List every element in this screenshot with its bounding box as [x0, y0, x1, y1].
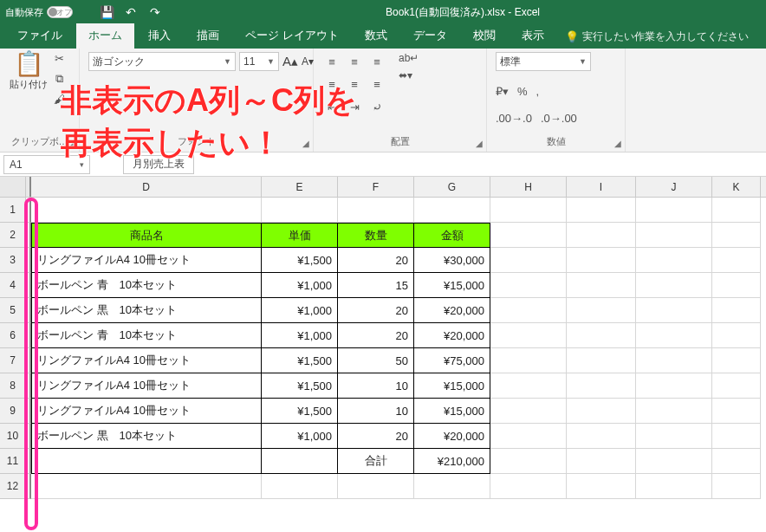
tab-file[interactable]: ファイル	[5, 23, 75, 49]
cell[interactable]	[567, 248, 636, 273]
save-icon[interactable]: 💾	[97, 5, 116, 19]
data-cell[interactable]: 15	[338, 273, 414, 298]
alignment-launcher-icon[interactable]: ◢	[476, 139, 483, 148]
cell[interactable]	[414, 474, 490, 499]
cut-icon[interactable]: ✂	[55, 52, 64, 65]
col-head-F[interactable]: F	[338, 177, 414, 197]
header-cell[interactable]: 商品名	[31, 223, 262, 248]
row-head[interactable]: 12	[0, 474, 26, 499]
number-format-combo[interactable]: 標準 ▼	[496, 52, 591, 71]
font-name-combo[interactable]: 游ゴシック ▼	[88, 52, 236, 71]
data-cell[interactable]: ¥20,000	[414, 424, 490, 449]
tab-review[interactable]: 校閲	[461, 23, 508, 49]
increase-font-icon[interactable]: A▴	[282, 54, 298, 69]
data-cell[interactable]: ¥15,000	[414, 373, 490, 399]
cell[interactable]	[636, 223, 712, 248]
row-head[interactable]: 7	[0, 348, 26, 373]
wrap-text-icon[interactable]: ab↵	[399, 52, 419, 64]
data-cell[interactable]: リングファイルA4 10冊セット	[31, 348, 262, 373]
header-cell[interactable]: 数量	[338, 223, 414, 248]
data-cell[interactable]: ¥20,000	[414, 298, 490, 323]
total-value-cell[interactable]: ¥210,000	[414, 449, 490, 474]
cell[interactable]	[712, 449, 761, 474]
cell[interactable]	[567, 424, 636, 449]
data-cell[interactable]: ¥1,500	[262, 373, 338, 399]
cell[interactable]	[712, 474, 761, 499]
tab-formulas[interactable]: 数式	[353, 23, 399, 49]
sheet-tab-selector[interactable]: 月別売上表	[123, 155, 194, 174]
decrease-font-icon[interactable]: A▾	[302, 55, 314, 68]
data-cell[interactable]: ¥1,000	[262, 424, 338, 449]
paste-button[interactable]: 📋 貼り付け	[9, 52, 49, 91]
data-cell[interactable]: ¥1,500	[262, 248, 338, 273]
cell[interactable]	[636, 323, 712, 348]
increase-decimal-icon[interactable]: .00→.0	[496, 112, 532, 125]
cell[interactable]	[712, 424, 761, 449]
data-cell[interactable]: 10	[338, 373, 414, 399]
row-head[interactable]: 3	[0, 248, 26, 273]
data-cell[interactable]: ボールペン 黒 10本セット	[31, 424, 262, 449]
col-head-J[interactable]: J	[636, 177, 712, 197]
align-bottom-icon[interactable]: ≡	[367, 52, 386, 71]
row-head[interactable]: 2	[0, 223, 26, 248]
cell[interactable]	[712, 248, 761, 273]
tab-home[interactable]: ホーム	[76, 23, 134, 49]
merge-center-icon[interactable]: ⬌▾	[399, 69, 419, 81]
cell[interactable]	[567, 323, 636, 348]
cell[interactable]	[636, 273, 712, 298]
tab-draw[interactable]: 描画	[185, 23, 231, 49]
cell[interactable]	[490, 449, 567, 474]
tab-data[interactable]: データ	[401, 23, 459, 49]
cell[interactable]	[490, 198, 567, 223]
cell[interactable]	[567, 399, 636, 424]
increase-indent-icon[interactable]: ⇥	[345, 97, 364, 116]
data-cell[interactable]: 10	[338, 399, 414, 424]
data-cell[interactable]: ボールペン 青 10本セット	[31, 323, 262, 348]
cell[interactable]	[712, 223, 761, 248]
data-cell[interactable]: ¥75,000	[414, 348, 490, 373]
cell[interactable]	[567, 298, 636, 323]
cell[interactable]	[567, 373, 636, 399]
header-cell[interactable]: 金額	[414, 223, 490, 248]
decrease-decimal-icon[interactable]: .0→.00	[541, 112, 577, 125]
cell[interactable]	[262, 449, 338, 474]
cell[interactable]	[490, 273, 567, 298]
percent-format-icon[interactable]: %	[517, 85, 528, 98]
clipboard-launcher-icon[interactable]: ◢	[68, 139, 75, 148]
cell[interactable]	[490, 424, 567, 449]
cell[interactable]	[712, 273, 761, 298]
data-cell[interactable]: 20	[338, 424, 414, 449]
data-cell[interactable]: 20	[338, 323, 414, 348]
total-label-cell[interactable]: 合計	[338, 449, 414, 474]
cell[interactable]	[636, 399, 712, 424]
decrease-indent-icon[interactable]: ⇤	[322, 97, 341, 116]
cell[interactable]	[338, 198, 414, 223]
cell[interactable]	[490, 223, 567, 248]
cell[interactable]	[490, 348, 567, 373]
undo-icon[interactable]: ↶	[121, 5, 140, 19]
row-head[interactable]: 11	[0, 449, 26, 474]
align-middle-icon[interactable]: ≡	[345, 52, 364, 71]
data-cell[interactable]: リングファイルA4 10冊セット	[31, 399, 262, 424]
cell[interactable]	[712, 373, 761, 399]
data-cell[interactable]: ¥1,000	[262, 323, 338, 348]
cell[interactable]	[567, 474, 636, 499]
copy-icon[interactable]: ⧉	[55, 72, 63, 86]
cell[interactable]	[31, 198, 262, 223]
cell[interactable]	[567, 273, 636, 298]
cell[interactable]	[712, 323, 761, 348]
col-head-K[interactable]: K	[712, 177, 761, 197]
cell[interactable]	[567, 449, 636, 474]
select-all-corner[interactable]	[0, 177, 26, 197]
cell[interactable]	[567, 348, 636, 373]
comma-format-icon[interactable]: ,	[536, 85, 540, 98]
col-head-D[interactable]: D	[31, 177, 262, 197]
data-cell[interactable]: ¥30,000	[414, 248, 490, 273]
cell[interactable]	[490, 373, 567, 399]
cell[interactable]	[636, 348, 712, 373]
align-top-icon[interactable]: ≡	[322, 52, 341, 71]
cell[interactable]	[712, 298, 761, 323]
align-left-icon[interactable]: ≡	[322, 75, 341, 94]
row-head[interactable]: 10	[0, 424, 26, 449]
redo-icon[interactable]: ↷	[146, 5, 165, 19]
